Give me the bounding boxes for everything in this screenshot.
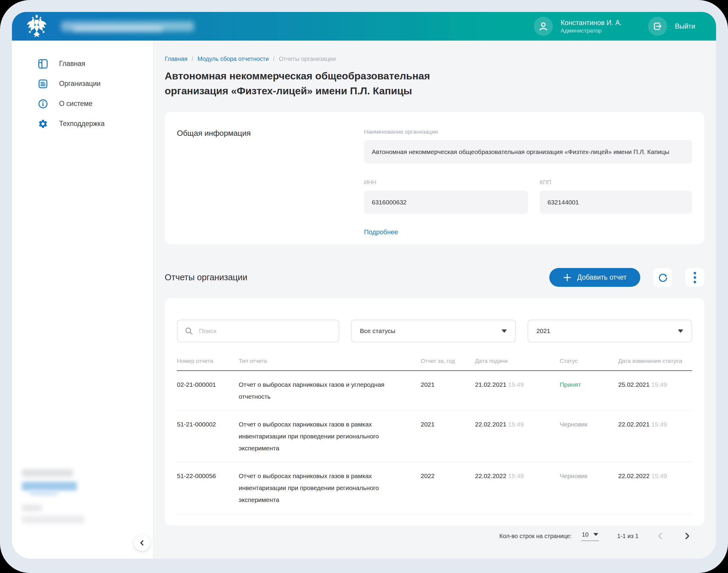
rows-per-page-select[interactable]: 10: [581, 531, 599, 541]
kpp-field[interactable]: [540, 191, 692, 214]
report-year-cell: 2021: [421, 418, 475, 454]
breadcrumb-separator: /: [273, 55, 275, 62]
sidebar-item-support[interactable]: Техподдержка: [12, 114, 153, 134]
pagination: Кол-во строк на странице: 10 1-1 из 1: [177, 514, 692, 558]
user-role: Администратор: [561, 27, 622, 34]
logout-button[interactable]: Выйти: [648, 17, 695, 36]
breadcrumb: Главная / Модуль сбора отчетности / Отче…: [165, 55, 704, 62]
changed-date-cell: 25.02.2021 15:49: [618, 379, 692, 403]
pagination-range: 1-1 из 1: [617, 533, 638, 539]
user-icon: [538, 21, 549, 32]
sidebar-item-label: Техподдержка: [59, 120, 104, 128]
chevron-left-icon: [139, 539, 145, 546]
sidebar-item-about[interactable]: О системе: [12, 94, 153, 114]
kpp-label: КПП: [540, 179, 692, 186]
sidebar-item-organizations[interactable]: Организации: [12, 74, 153, 94]
status-filter-value: Все статусы: [360, 327, 395, 334]
table-header: Номер отчета Тип отчета Отчет за, год Да…: [177, 358, 692, 371]
col-header-year: Отчет за, год: [421, 358, 475, 364]
report-year-cell: 2021: [421, 379, 475, 403]
changed-date-cell: 22.02.2022 15:49: [618, 470, 692, 506]
details-link[interactable]: Подробнее: [364, 228, 398, 236]
org-name-field[interactable]: [364, 140, 692, 163]
reports-card: Все статусы 2021 Номер отчета Тип отчета: [165, 298, 704, 526]
chevron-left-icon: [657, 532, 663, 539]
sidebar: Главная Организации: [12, 41, 153, 559]
inn-field[interactable]: [364, 191, 528, 214]
search-field[interactable]: [177, 320, 339, 342]
status-badge: Черновик: [560, 418, 618, 454]
next-page-button[interactable]: [682, 531, 692, 541]
search-input[interactable]: [199, 327, 332, 335]
portal-title-redacted: [61, 21, 194, 31]
chevron-down-icon: [594, 533, 598, 536]
general-info-title: Общая информация: [177, 128, 364, 138]
refresh-icon: [658, 272, 668, 283]
redacted-text: [22, 469, 73, 477]
col-header-status: Статус: [560, 358, 618, 364]
chevron-right-icon: [684, 532, 690, 539]
add-report-button[interactable]: Добавить отчет: [549, 268, 640, 287]
submitted-date-cell: 22.02.2022 15:49: [475, 470, 560, 506]
report-type-cell: Отчет о выбросах парниковых газов в рамк…: [239, 418, 421, 454]
breadcrumb-module[interactable]: Модуль сбора отчетности: [198, 55, 269, 62]
table-body: 02-21-000001 Отчет о выбросах парниковых…: [177, 371, 692, 514]
sidebar-item-label: Организации: [59, 80, 101, 88]
col-header-type: Тип отчета: [239, 358, 421, 364]
report-number-cell: 02-21-000001: [177, 379, 239, 403]
inn-label: ИНН: [364, 179, 528, 186]
coat-of-arms-logo: [26, 14, 47, 39]
dashboard-icon: [38, 59, 48, 69]
report-year-cell: 2022: [421, 470, 475, 506]
search-icon: [185, 327, 193, 335]
avatar: [534, 17, 553, 36]
plus-icon: [563, 273, 571, 282]
org-name-label: Наименование организации: [364, 128, 692, 135]
breadcrumb-current: Отчеты организации: [279, 55, 336, 62]
main-content: Главная / Модуль сбора отчетности / Отче…: [153, 41, 716, 559]
status-badge: Черновик: [560, 470, 618, 506]
table-row[interactable]: 02-21-000001 Отчет о выбросах парниковых…: [177, 371, 692, 411]
submitted-date-cell: 22.02.2021 15:49: [475, 418, 560, 454]
refresh-button[interactable]: [654, 268, 672, 287]
breadcrumb-separator: /: [191, 55, 193, 62]
app-window: Константинов И. А. Администратор Выйти: [12, 12, 716, 559]
logout-icon: [652, 21, 663, 32]
report-number-cell: 51-21-000002: [177, 418, 239, 454]
prev-page-button[interactable]: [655, 531, 665, 541]
redacted-text: [22, 504, 42, 512]
redacted-text: [22, 516, 85, 523]
table-row[interactable]: 51-22-000056 Отчет о выбросах парниковых…: [177, 462, 692, 514]
sidebar-item-label: Главная: [59, 60, 85, 68]
redacted-link: [22, 482, 77, 490]
table-row[interactable]: 51-21-000002 Отчет о выбросах парниковых…: [177, 411, 692, 462]
changed-date-cell: 22.02.2021 15:49: [618, 418, 692, 454]
user-name: Константинов И. А.: [561, 18, 622, 27]
add-report-label: Добавить отчет: [577, 273, 626, 281]
year-filter-value: 2021: [537, 327, 551, 334]
rows-per-page-label: Кол-во строк на странице:: [499, 533, 572, 539]
sidebar-item-home[interactable]: Главная: [12, 54, 153, 74]
reports-table: Номер отчета Тип отчета Отчет за, год Да…: [177, 358, 692, 514]
status-filter-dropdown[interactable]: Все статусы: [351, 320, 515, 342]
user-menu[interactable]: Константинов И. А. Администратор: [534, 17, 622, 36]
report-type-cell: Отчет о выбросах парниковых газов и угле…: [239, 379, 421, 403]
sidebar-collapse-button[interactable]: [134, 535, 150, 551]
sidebar-footer-redacted: [22, 469, 85, 523]
col-header-submitted: Дата подачи: [475, 358, 560, 364]
status-badge: Принят: [560, 379, 618, 403]
breadcrumb-home[interactable]: Главная: [165, 55, 187, 62]
col-header-number: Номер отчета: [177, 358, 239, 364]
logo-group: [26, 14, 194, 39]
kebab-menu-icon: [693, 272, 696, 283]
report-number-cell: 51-22-000056: [177, 470, 239, 506]
report-type-cell: Отчет о выбросах парниковых газов в рамк…: [239, 470, 421, 506]
rows-per-page-value: 10: [582, 531, 589, 538]
submitted-date-cell: 21.02.2021 15:49: [475, 379, 560, 403]
app-frame: Константинов И. А. Администратор Выйти: [0, 0, 728, 573]
year-filter-dropdown[interactable]: 2021: [527, 320, 692, 342]
more-actions-button[interactable]: [685, 268, 704, 287]
logout-label: Выйти: [675, 22, 695, 31]
document-list-icon: [38, 79, 48, 89]
general-info-card: Общая информация Наименование организаци…: [165, 112, 704, 244]
